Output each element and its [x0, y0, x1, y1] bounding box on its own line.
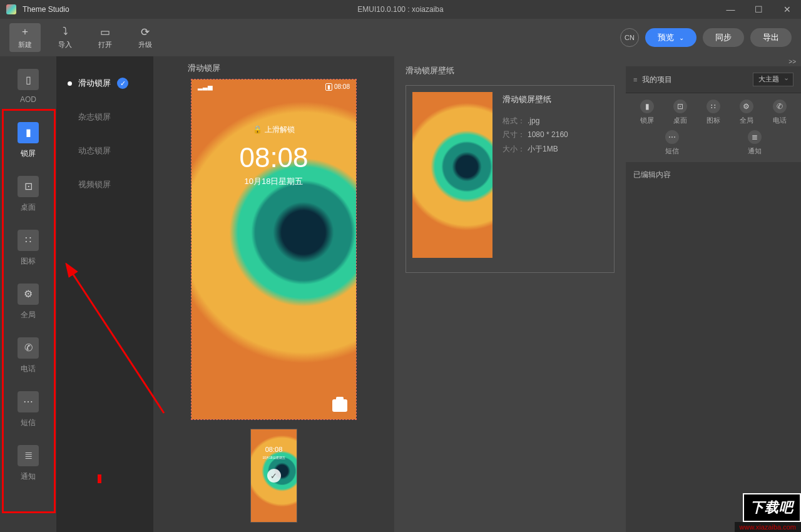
wallpaper-filesize: 小于1MB [528, 145, 558, 153]
sub-magazine-lock[interactable]: 杂志锁屏 [56, 100, 153, 134]
nav-phone[interactable]: ✆ 电话 [9, 333, 48, 378]
notification-icon: ≣ [18, 445, 39, 466]
import-button[interactable]: ⤵ 导入 [49, 23, 81, 52]
wallpaper-title: 滑动锁屏壁纸 [503, 92, 568, 108]
minimize-button[interactable]: — [717, 0, 745, 19]
document-title: EMUI10.0.100 : xoiazaiba [357, 5, 443, 14]
gear-icon: ⚙ [740, 100, 753, 113]
sms-icon: ⋯ [18, 391, 39, 412]
wallpaper-thumbnail [412, 92, 492, 258]
preview-thumbnail[interactable]: 08:0810月18日星期五 ✓ [250, 429, 297, 523]
left-nav: ▯ AOD ▮ 锁屏 ⊡ 桌面 ∷ 图标 ⚙ 全局 ✆ 电话 ⋯ 短信 ≣ 通知 [0, 56, 56, 532]
signal-icon: ▂▃▅ [198, 83, 213, 90]
edited-content-label: 已编辑内容 [626, 162, 801, 188]
wallpaper-format: .jpg [528, 116, 539, 125]
nav-notification[interactable]: ≣ 通知 [9, 441, 48, 486]
maximize-button[interactable]: ☐ [745, 0, 773, 19]
sub-dynamic-lock[interactable]: 动态锁屏 [56, 134, 153, 168]
annotation-mark [98, 474, 101, 483]
nav-aod[interactable]: ▯ AOD [9, 64, 48, 109]
lockscreen-icon: ▮ [640, 100, 654, 113]
proj-sms[interactable]: ⋯短信 [657, 130, 687, 156]
proj-icons[interactable]: ∷图标 [698, 100, 728, 125]
nav-sms[interactable]: ⋯ 短信 [9, 387, 48, 432]
right-panel: >> ≡ 我的项目 大主题 ▮锁屏 ⊡桌面 ∷图标 ⚙全局 ✆电话 ⋯短信 ≣通… [626, 56, 801, 532]
phone-preview[interactable]: ▂▃▅ ▮ 08:08 🔒 上滑解锁 08:08 10月18日星期五 [191, 79, 357, 420]
watermark: 下载吧 www.xiazaiba.com [735, 493, 801, 532]
proj-lockscreen[interactable]: ▮锁屏 [632, 100, 662, 125]
notification-icon: ≣ [748, 130, 762, 144]
phone-icon: ✆ [18, 337, 39, 359]
nav-home[interactable]: ⊡ 桌面 [9, 171, 48, 217]
app-title: Theme Studio [23, 5, 69, 14]
wallpaper-heading: 滑动锁屏壁纸 [406, 65, 615, 76]
language-toggle[interactable]: CN [620, 28, 639, 47]
sms-icon: ⋯ [665, 130, 679, 144]
check-icon: ✓ [117, 78, 128, 89]
nav-lockscreen[interactable]: ▮ 锁屏 [9, 118, 48, 163]
gear-icon: ⚙ [18, 284, 39, 305]
wallpaper-panel: 滑动锁屏壁纸 滑动锁屏壁纸 格式：.jpg 尺寸：1080 * 2160 大小：… [394, 56, 626, 532]
aod-icon: ▯ [18, 69, 39, 90]
proj-global[interactable]: ⚙全局 [732, 100, 762, 125]
proj-notification[interactable]: ≣通知 [740, 130, 770, 156]
thumbnail-selected-icon: ✓ [267, 469, 281, 483]
phone-icon: ✆ [773, 100, 787, 113]
canvas-title: 滑动锁屏 [188, 63, 220, 74]
lockscreen-sublist: 滑动锁屏 ✓ 杂志锁屏 动态锁屏 视频锁屏 [56, 56, 153, 532]
wallpaper-box[interactable]: 滑动锁屏壁纸 格式：.jpg 尺寸：1080 * 2160 大小：小于1MB [406, 85, 615, 273]
upgrade-icon: ⟳ [141, 26, 150, 38]
close-button[interactable]: ✕ [773, 0, 801, 19]
nav-global[interactable]: ⚙ 全局 [9, 279, 48, 324]
proj-phone[interactable]: ✆电话 [765, 100, 795, 125]
status-bar: ▂▃▅ ▮ 08:08 [191, 83, 356, 90]
preview-canvas: 滑动锁屏 ▂▃▅ ▮ 08:08 🔒 上滑解锁 08:08 10月18日星期五 … [153, 56, 394, 532]
expand-button[interactable]: >> [788, 58, 796, 65]
sub-video-lock[interactable]: 视频锁屏 [56, 168, 153, 202]
sub-slide-lock[interactable]: 滑动锁屏 ✓ [56, 66, 153, 100]
chevron-down-icon: ⌄ [679, 34, 684, 41]
camera-icon [332, 399, 347, 412]
hamburger-icon: ≡ [633, 76, 637, 83]
new-button[interactable]: + 新建 [9, 23, 41, 52]
proj-home[interactable]: ⊡桌面 [665, 100, 695, 125]
wallpaper-dimensions: 1080 * 2160 [528, 130, 568, 139]
project-label: 我的项目 [642, 74, 672, 85]
battery-icon: ▮ [325, 83, 332, 91]
icons-icon: ∷ [707, 100, 720, 113]
home-icon: ⊡ [673, 100, 687, 113]
app-logo-icon [6, 4, 16, 14]
home-icon: ⊡ [18, 176, 39, 197]
upgrade-button[interactable]: ⟳ 升级 [130, 23, 161, 52]
plus-icon: + [22, 26, 28, 38]
sync-button[interactable]: 同步 [703, 28, 744, 47]
open-button[interactable]: ▭ 打开 [89, 23, 121, 52]
unlock-hint: 🔒 上滑解锁 [191, 125, 356, 135]
lock-clock: 08:08 10月18日星期五 [191, 142, 356, 187]
folder-icon: ▭ [100, 26, 110, 38]
lockscreen-icon: ▮ [18, 122, 39, 143]
nav-icons[interactable]: ∷ 图标 [9, 225, 48, 270]
export-button[interactable]: 导出 [750, 28, 792, 47]
theme-select[interactable]: 大主题 [753, 73, 793, 86]
icons-icon: ∷ [18, 230, 39, 251]
bullet-icon [68, 81, 72, 86]
preview-button[interactable]: 预览 ⌄ [645, 28, 696, 47]
import-icon: ⤵ [63, 26, 68, 38]
